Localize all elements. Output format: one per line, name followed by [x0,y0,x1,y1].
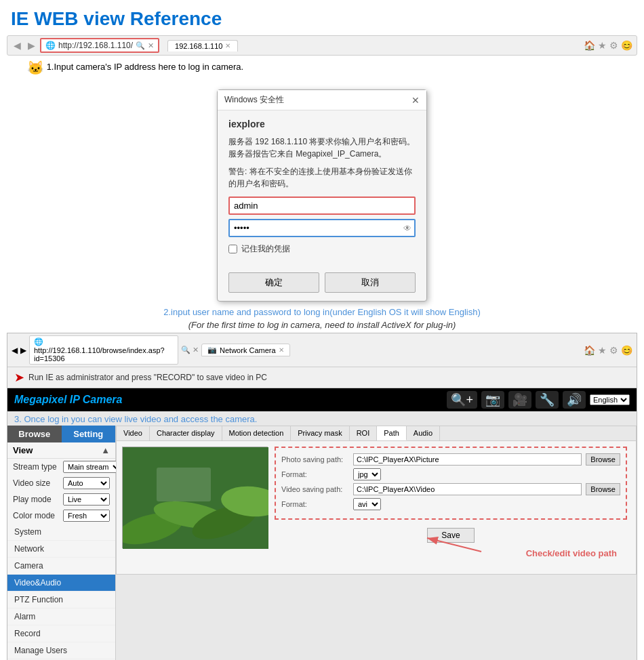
browser-tab-2[interactable]: 📷 Network Camera ✕ [201,344,290,356]
dialog-buttons: 确定 取消 [218,267,426,301]
forward-button-2[interactable]: ▶ [20,346,26,355]
home-icon-2[interactable]: 🏠 [584,345,595,356]
settings-body: Photo saving path: Browse Format: jpg [117,441,636,574]
confirm-button[interactable]: 确定 [228,272,319,293]
photo-path-label: Photo saving path: [281,455,349,463]
video-path-input[interactable] [353,483,582,495]
svg-rect-19 [157,468,211,501]
url-close-icon[interactable]: ✕ [148,41,154,50]
nav-alarm[interactable]: Alarm [7,609,115,625]
tab-title-1: 192.168.1.110 [175,42,222,50]
settings-tab-path[interactable]: Path [377,426,407,440]
browser-tab-1[interactable]: 192.168.1.110 ✕ [167,40,238,51]
browser-bar-1: ◀ ▶ 🌐 http://192.168.1.110/ 🔍 ✕ 192.168.… [7,35,637,56]
nav-videoaudio[interactable]: Video&Audio [7,575,115,592]
snapshot-icon[interactable]: 📷 [481,391,504,409]
step1-note: 🐱 1.Input camera's IP address here to lo… [0,56,644,83]
url-input-box[interactable]: 🌐 http://192.168.1.110/ 🔍 ✕ [40,38,159,53]
settings-tab-char[interactable]: Character display [150,426,222,440]
back-button[interactable]: ◀ [12,40,23,51]
play-mode-row: Play mode Live [7,491,115,508]
smiley-icon-2: 😊 [621,345,632,356]
dialog-close-button[interactable]: ✕ [411,95,420,106]
browser2-wrapper: ◀ ▶ 🌐 http://192.168.1.110/browse/index.… [7,333,637,660]
activex-wrapper: (For the first time to log in camera, ne… [0,320,644,333]
video-format-select[interactable]: avi [353,498,381,510]
zoom-plus-icon[interactable]: 🔍+ [447,391,477,409]
photo-path-row: Photo saving path: Browse [281,453,620,466]
browser2-topbar: ◀ ▶ 🌐 http://192.168.1.110/browse/index.… [7,333,637,367]
nav-camera[interactable]: Camera [7,558,115,575]
video-size-row: Video size Auto [7,475,115,491]
settings-tab-audio[interactable]: Audio [407,426,440,440]
nav-system[interactable]: System [7,524,115,541]
cam-header: Megapixel IP Camera 🔍+ 📷 🎥 🔧 🔊 English [7,388,637,411]
cam-toolbar: 🔍+ 📷 🎥 🔧 🔊 English [447,391,630,409]
color-mode-select[interactable]: Fresh [63,510,110,522]
play-mode-select[interactable]: Live [63,493,110,506]
record-icon[interactable]: 🎥 [508,391,531,409]
dialog-wrapper: Windows 安全性 ✕ iexplore 服务器 192 168.1.110… [0,83,644,302]
star-icon[interactable]: ★ [598,40,607,51]
nav-ptz[interactable]: PTZ Function [7,592,115,609]
cam-title: Megapixel IP Camera [14,394,122,406]
nav-manage-users[interactable]: Manage Users [7,642,115,659]
username-input[interactable] [228,197,416,215]
volume-icon[interactable]: 🔊 [563,391,586,409]
settings-preview-svg [123,447,268,549]
url-text-2: http://192.168.1.110/browse/index.asp?id… [34,346,165,363]
tab-area-1: 192.168.1.110 ✕ [162,40,581,51]
gear-icon-2[interactable]: ⚙ [609,345,618,356]
tab-browse[interactable]: Browse [7,426,62,442]
cam-sidebar: Browse Setting View ▲ Stream type Main s… [7,426,116,660]
video-path-row: Video saving path: Browse [281,483,620,495]
cancel-button[interactable]: 取消 [325,272,416,293]
settings-tab-motion[interactable]: Motion detection [222,426,291,440]
gear-icon[interactable]: ⚙ [609,40,618,51]
video-size-select[interactable]: Auto [63,477,110,489]
record-note-bar: ➤ Run IE as administrator and press "REC… [7,367,637,388]
color-mode-row: Color mode Fresh [7,508,115,524]
video-format-row: Format: avi [281,498,620,510]
settings-icon[interactable]: 🔧 [536,391,559,409]
arrow-icon: ➤ [14,370,24,385]
tab-close-2[interactable]: ✕ [279,346,284,354]
password-input[interactable] [228,219,416,237]
dialog-app-name: iexplore [228,117,416,136]
check-arrow [414,535,495,555]
video-browse-button[interactable]: Browse [586,483,620,495]
collapse-view-icon[interactable]: ▲ [101,445,110,455]
language-select[interactable]: English [590,394,630,405]
step1-text: 1.Input camera's IP address here to log … [47,62,244,72]
settings-tab-video[interactable]: Video [117,426,150,440]
url-text: http://192.168.1.110/ [58,41,133,50]
show-password-icon[interactable]: 👁 [403,222,411,234]
photo-path-input[interactable] [353,453,582,466]
tab-setting[interactable]: Setting [62,426,116,442]
back-button-2[interactable]: ◀ [12,346,18,355]
remember-credentials[interactable]: 记住我的凭据 [228,243,416,255]
stream-type-select[interactable]: Main stream [63,461,122,473]
url-input-2[interactable]: 🌐 http://192.168.1.110/browse/index.asp?… [29,335,178,365]
smiley-icon: 😊 [621,40,632,51]
nav-record[interactable]: Record [7,625,115,642]
tab-close-1[interactable]: ✕ [225,42,230,49]
nav-network[interactable]: Network [7,541,115,558]
forward-button[interactable]: ▶ [26,40,37,51]
photo-browse-button[interactable]: Browse [586,453,620,466]
photo-format-select[interactable]: jpg [353,468,381,480]
home-icon[interactable]: 🏠 [584,40,595,51]
check-note-wrapper: Check/edit video path [122,548,630,569]
login-dialog: Windows 安全性 ✕ iexplore 服务器 192 168.1.110… [217,89,427,302]
page-title: IE WEB view Reference [0,0,644,35]
video-size-label: Video size [13,478,60,488]
view-label: View [13,445,33,455]
remember-checkbox[interactable] [228,245,237,253]
star-icon-2[interactable]: ★ [598,345,607,356]
stream-type-label: Stream type [13,462,60,472]
step3-note: 3. Once log in you can view live video a… [7,411,637,426]
settings-tab-roi[interactable]: ROI [350,426,378,440]
step2-note: 2.input user name and password to long i… [0,302,644,320]
settings-tab-privacy[interactable]: Privacy mask [291,426,349,440]
check-note: Check/edit video path [526,548,617,558]
